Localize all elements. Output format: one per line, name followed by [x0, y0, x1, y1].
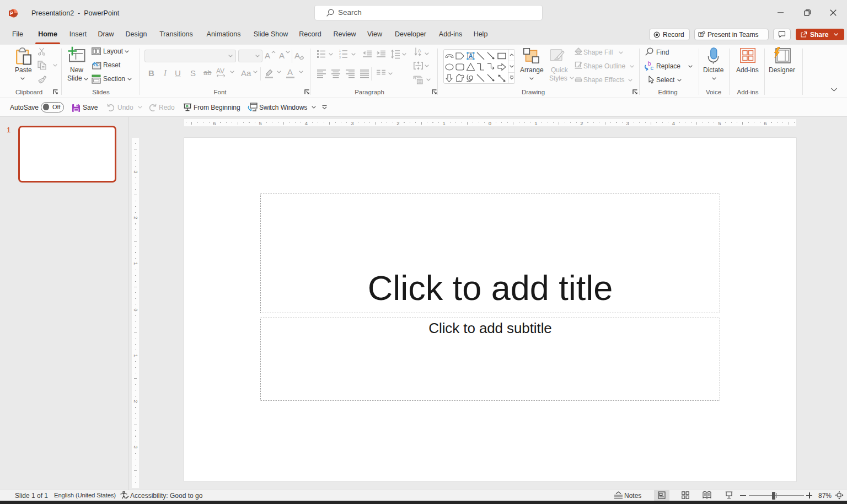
svg-text:P: P	[10, 10, 13, 16]
svg-text:T: T	[700, 33, 702, 36]
svg-text:A: A	[418, 47, 422, 53]
svg-text:3: 3	[339, 56, 341, 59]
svg-text:A: A	[469, 53, 473, 59]
svg-text:c: c	[651, 65, 654, 71]
